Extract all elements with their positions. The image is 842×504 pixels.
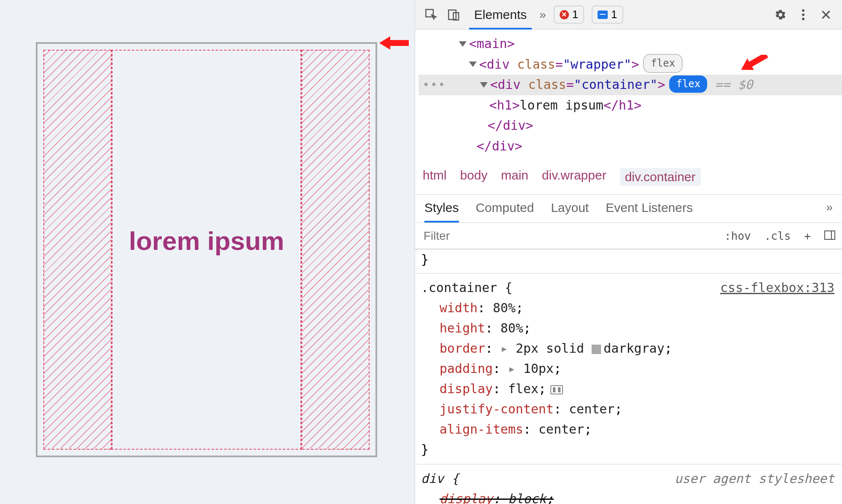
color-swatch[interactable] [592,345,601,354]
tab-computed[interactable]: Computed [476,201,534,223]
tab-layout[interactable]: Layout [551,201,589,223]
svg-rect-8 [825,231,835,239]
tab-event-listeners[interactable]: Event Listeners [606,201,693,223]
dom-node-close[interactable]: </div> [418,136,842,157]
css-rule-ua[interactable]: user agent stylesheet div { display: blo… [415,464,842,504]
flex-editor-icon[interactable] [550,385,563,394]
flex-badge-active[interactable]: flex [669,75,707,93]
crumb-wrapper[interactable]: div.wrapper [542,168,606,186]
tabs-overflow-icon[interactable]: » [826,201,833,223]
container-element: lorem ipsum [36,42,377,457]
rule-selector[interactable]: div { [421,471,459,486]
sidebar-toggle-icon[interactable] [818,230,842,242]
device-toggle-icon[interactable] [446,7,461,22]
annotation-arrow-icon [739,55,769,70]
svg-rect-2 [449,10,456,19]
crumb-html[interactable]: html [423,168,447,186]
dom-tree[interactable]: <main> <div class="wrapper"> flex ••• <d… [415,29,842,162]
svg-point-6 [802,18,804,20]
breadcrumb: html body main div.wrapper div.container [415,162,842,195]
heading-text: lorem ipsum [43,226,370,256]
styles-tabs: Styles Computed Layout Event Listeners » [415,195,842,223]
tab-elements[interactable]: Elements [469,0,532,29]
devtools-panel: Elements » ✕ 1 1 [415,0,842,504]
annotation-arrow-icon [379,35,409,51]
svg-marker-0 [379,36,409,50]
settings-icon[interactable] [773,7,788,22]
error-count: 1 [572,8,578,21]
devtools-toolbar: Elements » ✕ 1 1 [415,0,842,29]
dom-node-h1[interactable]: <h1>lorem ipsum</h1> [418,95,842,116]
expand-icon[interactable] [459,41,467,47]
flex-overlay: lorem ipsum [43,50,370,450]
dom-node-close[interactable]: </div> [418,115,842,136]
dom-node-main[interactable]: <main> [418,34,842,54]
svg-marker-7 [739,55,769,70]
rule-source-ua: user agent stylesheet [675,469,834,489]
tabs-overflow-icon[interactable]: » [539,8,546,21]
message-badge[interactable]: 1 [592,5,623,24]
svg-point-5 [802,13,804,16]
crumb-body[interactable]: body [460,168,488,186]
close-icon[interactable] [818,7,834,22]
css-rule-container[interactable]: css-flexbox:313 .container { width: 80%;… [415,273,842,464]
new-rule-button[interactable]: + [797,230,818,242]
message-count: 1 [611,8,617,21]
styles-filter-bar: :hov .cls + [415,223,842,249]
ellipsis-icon[interactable]: ••• [423,76,446,93]
message-icon [598,11,608,19]
rule-source-link[interactable]: css-flexbox:313 [720,278,834,298]
svg-point-4 [802,9,804,12]
page-viewport: lorem ipsum [0,0,415,504]
crumb-container[interactable]: div.container [620,168,701,186]
crumb-main[interactable]: main [501,168,528,186]
rule-selector[interactable]: .container { [421,280,512,295]
css-rules-pane[interactable]: } } css-flexbox:313 .container { width: … [415,249,842,504]
dom-node-container[interactable]: ••• <div class="container"> flex == $0 [418,75,842,95]
styles-filter-input[interactable] [415,224,718,248]
tab-styles[interactable]: Styles [424,201,459,223]
expand-icon[interactable] [480,82,488,88]
flex-badge[interactable]: flex [643,54,683,73]
cls-toggle[interactable]: .cls [758,230,798,242]
css-rule-container[interactable]: } } [415,249,842,273]
error-badge[interactable]: ✕ 1 [554,5,584,24]
error-icon: ✕ [560,10,569,19]
dom-node-wrapper[interactable]: <div class="wrapper"> flex [418,54,842,75]
inspect-icon[interactable] [424,7,439,22]
expand-icon[interactable] [469,62,477,67]
hov-toggle[interactable]: :hov [718,230,758,242]
kebab-menu-icon[interactable] [796,7,811,22]
